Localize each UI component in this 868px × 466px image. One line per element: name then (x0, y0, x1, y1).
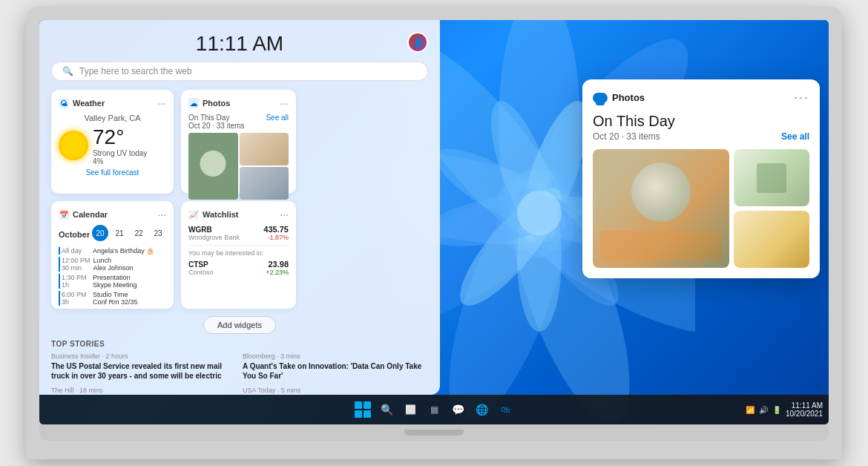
watchlist-header: 📈 Watchlist ··· (188, 209, 289, 220)
photos-subtitle-label: On This Day (188, 114, 245, 122)
widget-row-2: 📅 Calendar ··· October 20 21 22 23 (51, 201, 428, 309)
start-button[interactable] (352, 399, 373, 420)
event-name-presentation: Presentation (93, 274, 137, 281)
photo-thumb-2 (240, 133, 289, 165)
widgets-button[interactable]: ▦ (424, 399, 444, 420)
weather-location: Valley Park, CA (59, 114, 166, 122)
photos-card-date: Oct 20 · 33 items (593, 131, 660, 142)
taskbar: 🔍 ⬜ ▦ 💬 🌐 🛍 📶 🔊 🔋 11:11 AM 10/20/2021 (39, 395, 829, 424)
weather-forecast-link[interactable]: See full forecast (59, 168, 166, 177)
weather-more-button[interactable]: ··· (157, 97, 166, 109)
photos-card-circle-decoration (631, 163, 691, 222)
teams-button[interactable]: 💬 (447, 399, 468, 420)
photos-cloud-icon (593, 93, 608, 103)
photos-see-all-link[interactable]: See all (266, 114, 289, 122)
photos-card-see-all-link[interactable]: See all (781, 131, 809, 142)
photos-card-title: On This Day (593, 113, 809, 130)
calendar-widget[interactable]: 📅 Calendar ··· October 20 21 22 23 (51, 201, 174, 309)
windows-logo-icon (355, 401, 371, 418)
event-person-lunch: Alex Johnson (93, 264, 134, 272)
taskbar-time-display: 11:11 AM (792, 401, 823, 410)
add-widgets-button[interactable]: Add widgets (203, 316, 276, 334)
calendar-title-row: 📅 Calendar (59, 209, 108, 220)
taskbar-volume-icon: 🔊 (759, 406, 768, 414)
calendar-day-22[interactable]: 22 (131, 225, 147, 241)
news-source-4: USA Today · 5 mins (243, 387, 428, 394)
store-button[interactable]: 🛍 (495, 399, 516, 420)
event-time-presentation: 1:30 PM (62, 274, 90, 281)
calendar-events: All day Angela's Birthday 🎂 12:00 PM 30 … (59, 247, 166, 306)
photos-subtitle-section: On This Day Oct 20 · 33 items (188, 114, 245, 130)
watchlist-icon: 📈 (188, 209, 199, 220)
taskbar-battery-icon: 🔋 (772, 406, 781, 414)
widget-panel: 👤 11:11 AM 🔍 Type here to search the web… (39, 20, 440, 395)
news-source-3: The Hill · 18 mins (51, 387, 237, 394)
weather-header: 🌤 Weather ··· (59, 97, 166, 109)
photos-card-more-button[interactable]: ··· (794, 90, 809, 105)
weather-title-row: 🌤 Weather (59, 98, 105, 108)
laptop-base (39, 424, 829, 441)
avatar[interactable]: 👤 (407, 32, 428, 53)
news-section: TOP STORIES Business Insider · 2 hours T… (51, 340, 428, 395)
taskbar-network-icon: 📶 (746, 406, 754, 414)
event-name-lunch: Lunch (93, 257, 134, 264)
photos-widget[interactable]: ☁ Photos ··· On This Day Oct 20 · 33 ite… (181, 90, 296, 194)
photos-more-button[interactable]: ··· (280, 97, 289, 109)
watchlist-more-button[interactable]: ··· (280, 209, 289, 220)
weather-title: Weather (73, 99, 105, 108)
photos-content-header: On This Day Oct 20 · 33 items See all (188, 114, 289, 130)
laptop-shell: 👤 11:11 AM 🔍 Type here to search the web… (26, 7, 842, 459)
win-logo-q2 (364, 401, 371, 409)
weather-desc: Strong UV today (93, 149, 147, 157)
stock-change-ctsp: +2.23% (266, 269, 289, 276)
taskbar-clock[interactable]: 11:11 AM 10/20/2021 (786, 401, 823, 418)
photos-card-small-image-2 (734, 211, 809, 268)
watchlist-widget[interactable]: 📈 Watchlist ··· WGRB Woodgrove Bank 435.… (181, 201, 296, 309)
stock-name-wgrb: Woodgrove Bank (188, 234, 240, 241)
taskview-button[interactable]: ⬜ (400, 399, 421, 420)
weather-widget[interactable]: 🌤 Weather ··· Valley Park, CA 72° Strong… (51, 90, 174, 194)
watchlist-title-row: 📈 Watchlist (188, 209, 239, 220)
search-placeholder: Type here to search the web (79, 66, 191, 76)
event-dur-lunch: 30 min (62, 264, 91, 272)
stock-symbol-wgrb: WGRB (188, 226, 240, 234)
calendar-event-lunch: 12:00 PM 30 min Lunch Alex Johnson (59, 257, 166, 272)
taskbar-system-tray: 📶 🔊 🔋 11:11 AM 10/20/2021 (746, 401, 823, 418)
photos-card-images (593, 149, 809, 268)
photos-card-main-image (593, 149, 729, 268)
search-taskbar-button[interactable]: 🔍 (376, 399, 397, 420)
calendar-day-23[interactable]: 23 (150, 225, 166, 241)
calendar-more-button[interactable]: ··· (157, 209, 166, 220)
news-item-4[interactable]: USA Today · 5 mins Jets forward Mark Sch… (243, 387, 428, 395)
watchlist-suggest-label: You may be interested in: (188, 249, 289, 257)
news-item-1[interactable]: Business Insider · 2 hours The US Postal… (51, 352, 237, 381)
calendar-icon: 📅 (59, 209, 69, 220)
news-item-3[interactable]: The Hill · 18 mins Slash emissions by 20… (51, 387, 237, 395)
news-headline-2: A Quant's Take on Innovation: 'Data Can … (243, 361, 428, 381)
calendar-month-header: October 20 21 22 23 (59, 225, 166, 244)
event-time-studio: 6:00 PM (62, 291, 90, 298)
photos-icon: ☁ (188, 98, 199, 108)
news-source-1: Business Insider · 2 hours (51, 352, 237, 360)
clock: 11:11 AM (51, 32, 428, 56)
search-bar[interactable]: 🔍 Type here to search the web (51, 62, 428, 81)
add-widgets-label: Add widgets (217, 321, 262, 329)
edge-button[interactable]: 🌐 (471, 399, 492, 420)
news-source-2: Bloomberg · 3 mins (243, 352, 428, 360)
photos-card-subtitle-row: Oct 20 · 33 items See all (593, 131, 809, 142)
photo-thumb-3 (240, 167, 289, 200)
photos-card-tea-decoration (600, 231, 722, 260)
news-headline-1: The US Postal Service revealed its first… (51, 361, 237, 381)
event-name-studio: Studio Time (93, 291, 138, 298)
event-time-allday: All day (62, 247, 90, 255)
calendar-day-21[interactable]: 21 (111, 225, 128, 241)
taskbar-date-display: 10/20/2021 (786, 410, 823, 418)
svg-point-18 (517, 191, 562, 235)
news-item-2[interactable]: Bloomberg · 3 mins A Quant's Take on Inn… (243, 352, 428, 381)
calendar-event-studio: 6:00 PM 3h Studio Time Conf Rm 32/35 (59, 291, 166, 306)
calendar-day-20[interactable]: 20 (92, 225, 108, 241)
win-logo-q4 (364, 410, 371, 418)
calendar-title: Calendar (73, 210, 108, 219)
photos-title-row: ☁ Photos (188, 98, 230, 108)
taskbar-icons: 🔍 ⬜ ▦ 💬 🌐 🛍 (352, 399, 516, 420)
